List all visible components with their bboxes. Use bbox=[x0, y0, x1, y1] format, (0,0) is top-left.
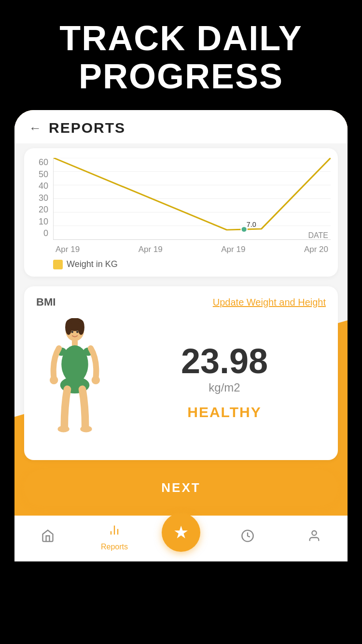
star-icon: ★ bbox=[173, 522, 189, 543]
bmi-label: BMI bbox=[36, 296, 56, 308]
bmi-card: BMI Update Weight and Height bbox=[24, 286, 338, 460]
bmi-number: 23.98 bbox=[123, 344, 326, 378]
x-label-3: Apr 20 bbox=[304, 245, 328, 254]
svg-point-21 bbox=[76, 331, 78, 333]
bottom-nav: Reports ★ bbox=[14, 516, 348, 561]
body-figure-svg bbox=[36, 318, 113, 444]
x-label-1: Apr 19 bbox=[139, 245, 163, 254]
hero-section: TRACK DAILY PROGRESS bbox=[0, 0, 362, 110]
svg-point-19 bbox=[80, 426, 92, 433]
phone-screen: ← REPORTS 0 10 20 30 40 50 60 bbox=[14, 110, 348, 561]
svg-point-26 bbox=[312, 531, 316, 535]
hero-title: TRACK DAILY PROGRESS bbox=[10, 19, 352, 96]
page-title: REPORTS bbox=[49, 120, 125, 136]
bmi-status: HEALTHY bbox=[123, 404, 326, 420]
bmi-header: BMI Update Weight and Height bbox=[36, 296, 326, 308]
svg-point-16 bbox=[92, 376, 100, 384]
nav-item-reports[interactable]: Reports bbox=[95, 523, 134, 551]
y-label-0: 0 bbox=[31, 229, 51, 238]
svg-point-10 bbox=[78, 320, 84, 335]
y-label-30: 30 bbox=[31, 194, 51, 202]
body-figure bbox=[36, 318, 113, 446]
y-label-10: 10 bbox=[31, 217, 51, 226]
nav-center-button[interactable]: ★ bbox=[162, 513, 200, 552]
home-icon bbox=[41, 529, 55, 546]
svg-point-15 bbox=[50, 376, 58, 384]
svg-point-18 bbox=[57, 426, 69, 433]
profile-icon bbox=[307, 529, 321, 546]
y-label-40: 40 bbox=[31, 182, 51, 190]
y-label-20: 20 bbox=[31, 205, 51, 214]
nav-item-history[interactable] bbox=[228, 529, 267, 546]
history-icon bbox=[241, 529, 254, 546]
screen-header: ← REPORTS bbox=[14, 110, 348, 143]
chart-x-labels: Apr 19 Apr 19 Apr 19 Apr 20 bbox=[53, 245, 331, 254]
chart-svg: 7.0 bbox=[54, 158, 331, 239]
chart-y-axis: 0 10 20 30 40 50 60 bbox=[31, 158, 51, 240]
screen-content: ← REPORTS 0 10 20 30 40 50 60 bbox=[14, 110, 348, 561]
nav-item-profile[interactable] bbox=[295, 529, 334, 546]
svg-rect-11 bbox=[72, 340, 78, 346]
svg-point-9 bbox=[65, 320, 72, 335]
back-button[interactable]: ← bbox=[29, 121, 42, 136]
legend-label: Weight in KG bbox=[67, 259, 118, 269]
update-weight-height-link[interactable]: Update Weight and Height bbox=[213, 297, 326, 308]
x-label-0: Apr 19 bbox=[56, 245, 80, 254]
bmi-content: 23.98 kg/m2 HEALTHY bbox=[36, 318, 326, 446]
phone-container: ← REPORTS 0 10 20 30 40 50 60 bbox=[14, 110, 348, 561]
reports-nav-label: Reports bbox=[101, 543, 128, 551]
date-axis-label: DATE bbox=[308, 231, 328, 240]
bmi-unit: kg/m2 bbox=[123, 381, 326, 394]
chart-area: 0 10 20 30 40 50 60 bbox=[31, 158, 331, 254]
chart-legend: Weight in KG bbox=[31, 259, 331, 269]
reports-icon bbox=[108, 523, 121, 540]
x-label-2: Apr 19 bbox=[221, 245, 245, 254]
svg-point-20 bbox=[71, 331, 73, 333]
chart-body: 7.0 bbox=[53, 158, 331, 240]
bmi-values: 23.98 kg/m2 HEALTHY bbox=[123, 344, 326, 420]
next-button[interactable]: NEXT bbox=[24, 470, 338, 506]
y-label-50: 50 bbox=[31, 170, 51, 179]
nav-item-home[interactable] bbox=[28, 529, 67, 546]
y-label-60: 60 bbox=[31, 158, 51, 167]
chart-data-label: 7.0 bbox=[247, 221, 256, 229]
legend-color-box bbox=[53, 260, 63, 269]
chart-card: 0 10 20 30 40 50 60 bbox=[24, 148, 338, 277]
